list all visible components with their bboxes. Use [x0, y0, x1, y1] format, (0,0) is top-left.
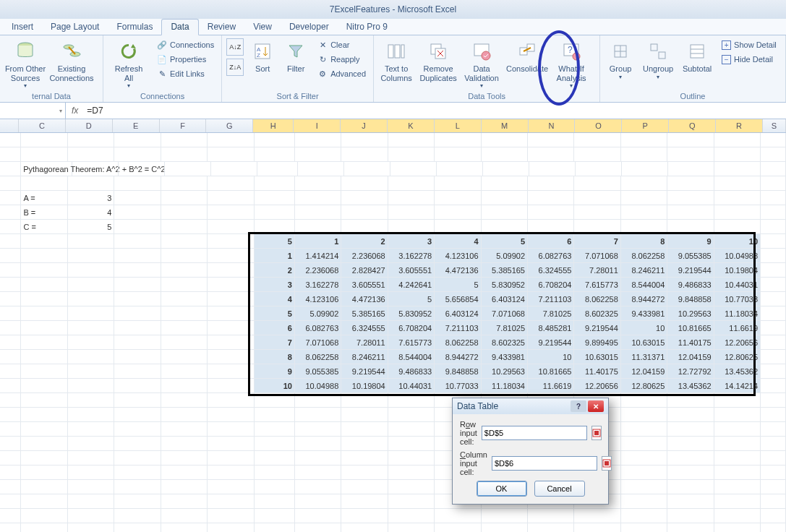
cell[interactable] [208, 147, 254, 162]
cell[interactable] [0, 466, 21, 480]
cell[interactable]: 13.45362 [714, 364, 761, 379]
cancel-button[interactable]: Cancel [534, 481, 585, 497]
cell[interactable] [0, 292, 21, 306]
cell[interactable] [68, 509, 114, 523]
cell[interactable] [161, 147, 208, 162]
cell[interactable] [341, 220, 388, 234]
cell[interactable] [621, 494, 667, 509]
cell[interactable] [295, 494, 341, 509]
cell[interactable] [161, 321, 208, 335]
filter-button[interactable]: Filter [281, 38, 310, 74]
cell[interactable] [621, 509, 667, 523]
cell[interactable] [114, 176, 161, 191]
cell[interactable] [114, 379, 161, 393]
cell[interactable] [435, 509, 481, 523]
cell[interactable] [72, 162, 119, 176]
cell[interactable] [0, 451, 21, 466]
cell[interactable] [761, 176, 786, 191]
cell[interactable] [761, 422, 786, 437]
cell[interactable] [161, 509, 208, 523]
name-box[interactable]: ▾ [0, 103, 66, 119]
cell[interactable] [114, 393, 161, 408]
cell[interactable] [68, 364, 114, 379]
cell[interactable] [68, 147, 114, 162]
cell[interactable] [761, 306, 786, 321]
cell[interactable]: 8.062258 [621, 249, 667, 263]
cell[interactable]: 6.708204 [388, 321, 435, 335]
cell[interactable] [761, 249, 786, 263]
cell[interactable] [761, 480, 786, 494]
cell[interactable] [255, 466, 295, 480]
cell[interactable] [435, 220, 481, 234]
cell[interactable]: 8 [621, 234, 667, 249]
cell[interactable]: 5 [435, 278, 481, 292]
cell[interactable] [388, 220, 435, 234]
cell[interactable]: 9.486833 [667, 278, 714, 292]
cell[interactable]: 6 [528, 234, 574, 249]
cell[interactable] [341, 480, 388, 494]
cell[interactable] [0, 350, 21, 364]
cell[interactable] [388, 466, 435, 480]
cell[interactable]: 9.219544 [528, 335, 574, 350]
cell[interactable] [255, 205, 295, 220]
cell[interactable]: 10.04988 [714, 249, 761, 263]
cell[interactable] [388, 422, 435, 437]
cell[interactable] [714, 191, 761, 205]
cell[interactable] [621, 393, 667, 408]
cell[interactable] [161, 466, 208, 480]
cell[interactable] [21, 466, 67, 480]
cell[interactable] [761, 205, 786, 220]
cell[interactable]: 9 [667, 234, 714, 249]
cell[interactable] [714, 494, 761, 509]
cell[interactable] [714, 176, 761, 191]
cell[interactable]: 10.44031 [714, 278, 761, 292]
tab-review[interactable]: Review [199, 20, 244, 35]
cell[interactable]: 5.385165 [341, 306, 388, 321]
cell[interactable] [667, 451, 714, 466]
cell[interactable]: B = [21, 205, 67, 220]
cell[interactable] [208, 335, 254, 350]
text-to-columns-button[interactable]: Text to Columns [378, 38, 414, 82]
cell[interactable] [714, 466, 761, 480]
cell[interactable] [761, 408, 786, 422]
cell[interactable]: 9 [255, 364, 295, 379]
cell[interactable] [714, 133, 761, 147]
cell[interactable]: 1.414214 [295, 249, 341, 263]
cell[interactable] [208, 494, 254, 509]
cell[interactable] [161, 234, 208, 249]
cell[interactable] [667, 422, 714, 437]
cell[interactable] [0, 191, 21, 205]
col-header-H[interactable]: H [253, 119, 294, 132]
cell[interactable] [482, 147, 528, 162]
cell[interactable] [21, 321, 67, 335]
cell[interactable] [68, 422, 114, 437]
reapply-button[interactable]: ↻Reapply [315, 53, 369, 66]
cell[interactable] [761, 147, 786, 162]
cell[interactable] [161, 133, 208, 147]
cell[interactable]: 10.81665 [528, 364, 574, 379]
cell[interactable]: 2.828427 [341, 263, 388, 278]
cell[interactable] [114, 509, 161, 523]
cell[interactable] [208, 133, 254, 147]
cell[interactable] [341, 191, 388, 205]
tab-view[interactable]: View [244, 20, 281, 35]
cell[interactable] [0, 162, 21, 176]
cell[interactable] [761, 523, 786, 532]
cell[interactable] [211, 162, 257, 176]
cell[interactable]: 4 [255, 292, 295, 306]
cell[interactable] [161, 364, 208, 379]
cell[interactable] [208, 480, 254, 494]
cell[interactable] [68, 393, 114, 408]
cell[interactable] [388, 147, 435, 162]
cell[interactable] [21, 350, 67, 364]
cell[interactable] [435, 191, 481, 205]
cell[interactable] [667, 191, 714, 205]
cell[interactable] [114, 147, 161, 162]
cell[interactable]: 8.062258 [574, 292, 620, 306]
cell[interactable]: 10.63015 [574, 350, 620, 364]
cell[interactable] [295, 220, 341, 234]
cell[interactable] [161, 379, 208, 393]
cell[interactable]: 13.45362 [667, 379, 714, 393]
consolidate-button[interactable]: Consolidate [505, 38, 549, 74]
cell[interactable]: 10.29563 [482, 364, 528, 379]
